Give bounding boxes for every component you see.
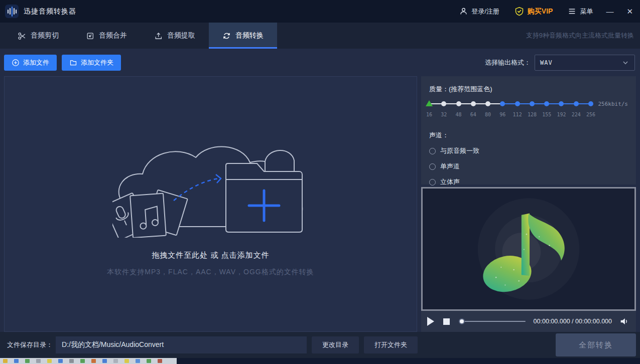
app-logo-icon [5,5,19,18]
slider-marker-green[interactable] [426,100,433,106]
taskbar-icon [14,359,19,363]
extract-icon [154,32,163,40]
tab-label: 音频合并 [99,31,127,40]
slider-dot[interactable] [441,101,446,106]
channel-option-stereo[interactable]: 立体声 [429,177,628,187]
dropzone-primary-text: 拖拽文件至此处 或 点击添加文件 [152,251,269,260]
slider-tick-label: 112 [513,112,522,117]
tab-audio-extract[interactable]: 音频提取 [141,23,209,49]
slider-tick-label: 96 [499,112,505,117]
radio-icon [429,148,436,154]
taskbar-icon [69,359,74,363]
channel-option-label: 与原音频一致 [440,146,479,155]
taskbar-icon [113,359,118,363]
menu-label: 菜单 [580,7,593,16]
channel-option-mono[interactable]: 单声道 [429,162,628,171]
menu-icon [568,7,576,16]
taskbar-icons [0,358,177,364]
change-dir-button[interactable]: 更改目录 [312,336,359,353]
footer-bar: 文件保存目录： 更改目录 打开文件夹 全部转换 [0,332,640,358]
convert-all-button[interactable]: 全部转换 [556,333,636,356]
volume-icon[interactable] [619,316,630,327]
open-folder-button[interactable]: 打开文件夹 [364,336,418,353]
buy-vip-button[interactable]: 购买VIP [515,7,553,16]
tab-label: 音频转换 [235,31,264,40]
folder-icon [69,59,77,67]
add-folder-button[interactable]: 添加文件夹 [62,55,121,71]
radio-icon [429,163,436,170]
desktop-taskbar-sliver [0,358,640,364]
slider-dot[interactable] [544,101,549,106]
settings-panel: 质量：(推荐范围蓝色) 1632486480961121281551922242… [421,76,636,185]
slider-dot[interactable] [471,101,476,106]
app-title: 迅捷音频转换器 [24,7,76,16]
taskbar-icon [91,359,96,363]
seek-handle[interactable] [459,318,465,324]
slider-tick-label: 128 [528,112,537,117]
taskbar-icon [158,359,162,363]
slider-dot[interactable] [500,101,505,106]
tab-audio-merge[interactable]: 音频合并 [72,23,141,49]
menu-button[interactable]: 菜单 [568,7,593,16]
tab-audio-convert[interactable]: 音频转换 [209,23,277,49]
tab-label: 音频剪切 [31,31,59,40]
taskbar-icon [124,359,129,363]
slider-dot[interactable] [485,101,490,106]
minimize-button[interactable]: — [606,8,613,15]
plus-circle-icon [12,59,20,67]
taskbar-icon [25,359,30,363]
taskbar-icon [102,359,107,363]
toolbar: 添加文件 添加文件夹 选择输出格式： WAV [0,49,640,76]
add-file-label: 添加文件 [23,58,49,67]
slider-dot[interactable] [588,101,593,106]
music-note-art [421,187,636,311]
slider-tick-label: 80 [485,112,491,117]
channel-option-label: 单声道 [440,162,460,171]
add-folder-label: 添加文件夹 [81,58,113,67]
slider-tick-label: 224 [572,112,581,117]
seek-slider[interactable] [460,318,526,325]
right-panel: 质量：(推荐范围蓝色) 1632486480961121281551922242… [421,76,636,332]
stop-button[interactable] [443,318,450,325]
slider-dot[interactable] [559,101,564,106]
slider-dot[interactable] [515,101,520,106]
slider-dot[interactable] [456,101,461,106]
login-label: 登录/注册 [471,7,499,16]
main-content: 拖拽文件至此处 或 点击添加文件 本软件支持MP3，FLAC，AAC，WAV，O… [0,76,640,332]
taskbar-icon [47,359,52,363]
tabbar: 音频剪切 音频合并 音频提取 音频转换 支持9种音频格式向 [0,23,640,49]
dropzone[interactable]: 拖拽文件至此处 或 点击添加文件 本软件支持MP3，FLAC，AAC，WAV，O… [4,76,417,332]
tab-audio-cut[interactable]: 音频剪切 [4,23,72,49]
vip-badge-icon [515,7,524,16]
taskbar-icon [58,359,63,363]
player-time: 00:00:00.000 / 00:00:00.000 [534,318,612,325]
slider-tick-label: 48 [456,112,462,117]
slider-tick-label: 16 [426,112,432,117]
quality-value: 256kbit/s [591,100,628,107]
radio-icon [429,179,436,186]
slider-dot[interactable] [530,101,535,106]
add-file-button[interactable]: 添加文件 [4,55,57,71]
slider-dot[interactable] [574,101,579,106]
save-dir-input[interactable] [56,336,307,353]
dropzone-secondary-text: 本软件支持MP3，FLAC，AAC，WAV，OGG格式的文件转换 [107,268,314,277]
slider-tick-label: 64 [470,112,476,117]
channel-option-label: 立体声 [440,177,460,187]
slider-tick-label: 155 [542,112,551,117]
channel-option-original[interactable]: 与原音频一致 [429,146,628,155]
player-panel: 00:00:00.000 / 00:00:00.000 [421,187,636,332]
chevron-down-icon [621,59,629,67]
taskbar-icon [147,359,151,363]
quality-label: 质量：(推荐范围蓝色) [429,85,628,94]
tab-label: 音频提取 [167,31,195,40]
quality-slider[interactable]: 163248648096112128155192224256 [429,100,591,120]
login-button[interactable]: 登录/注册 [459,7,499,16]
play-button[interactable] [427,317,434,326]
player-controls: 00:00:00.000 / 00:00:00.000 [421,311,636,332]
output-format-select[interactable]: WAV [535,55,635,71]
user-icon [459,7,468,16]
titlebar: 迅捷音频转换器 登录/注册 购买VIP 菜单 — ✕ [0,0,640,23]
audio-files-graphic [112,190,188,238]
close-button[interactable]: ✕ [626,8,633,15]
taskbar-icon [3,359,8,363]
